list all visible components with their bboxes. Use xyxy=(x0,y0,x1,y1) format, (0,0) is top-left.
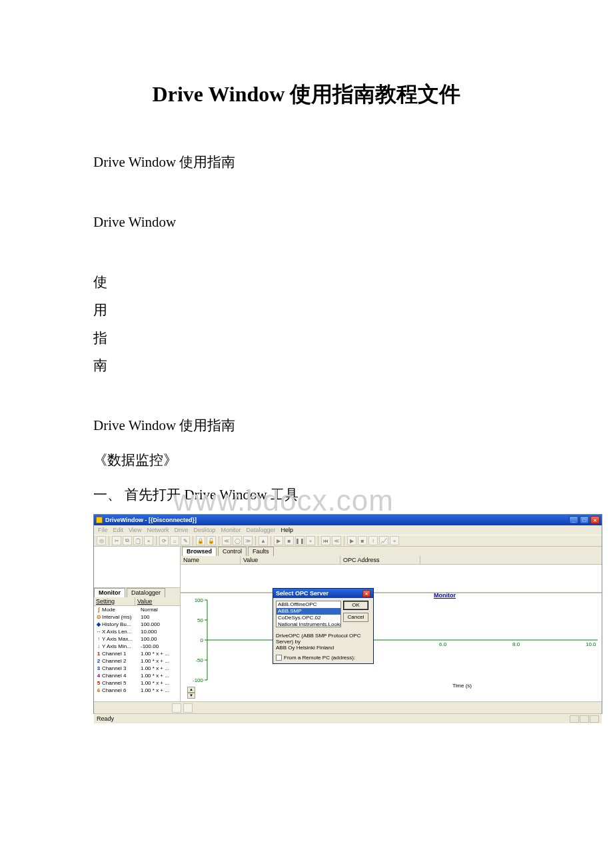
spinner-down-icon[interactable]: ▼ xyxy=(187,693,195,699)
status-box-3 xyxy=(590,715,599,723)
menu-drive[interactable]: Drive xyxy=(174,527,188,533)
tb-stop2-icon[interactable]: ■ xyxy=(358,536,367,545)
menu-file[interactable]: File xyxy=(98,527,108,533)
menu-datalogger[interactable]: Datalogger xyxy=(246,527,275,533)
cancel-button[interactable]: Cancel xyxy=(343,613,368,622)
opc-server-item[interactable]: ABB.OfflineOPC xyxy=(277,601,340,608)
tb-play-icon[interactable]: ▶ xyxy=(274,536,283,545)
window-title: DriveWindow - [{Disconnected}] xyxy=(105,517,569,523)
chart-area[interactable]: Monitor 100 50 0 -50 -100 6.0 8.0 10.0 xyxy=(181,593,602,701)
maximize-button[interactable]: □ xyxy=(580,516,589,524)
col-value[interactable]: Value xyxy=(135,597,180,605)
settings-row[interactable]: 3Channel 31.00 * x + ... xyxy=(94,665,180,672)
left-panel: Monitor Datalogger Setting Value ∫ModeNo… xyxy=(94,547,181,701)
subtitle-1: Drive Window 使用指南 xyxy=(93,149,546,176)
step-1: 一、 首先打开 Drive Window 工具 xyxy=(93,482,546,509)
menu-view[interactable]: View xyxy=(129,527,141,533)
tb-back-icon[interactable]: ≪ xyxy=(332,536,341,545)
menu-edit[interactable]: Edit xyxy=(113,527,124,533)
tb-clear2-icon[interactable]: × xyxy=(390,536,399,545)
status-text: Ready xyxy=(97,715,114,722)
tb-next-icon[interactable]: ≫ xyxy=(243,536,253,545)
tb-delete-icon[interactable]: × xyxy=(144,536,153,545)
settings-row[interactable]: ↓Y Axis Min...-100.00 xyxy=(94,643,180,650)
spinner-up-icon[interactable]: ▲ xyxy=(187,687,195,693)
tb-up-icon[interactable]: ▲ xyxy=(259,536,268,545)
x-axis-title: Time (s) xyxy=(452,683,472,689)
tb-copy-icon[interactable]: ⧉ xyxy=(123,536,132,545)
vert-char-4: 南 xyxy=(93,353,546,379)
tb-lock-icon[interactable]: 🔒 xyxy=(196,536,205,545)
settings-row[interactable]: 6Channel 61.00 * x + ... xyxy=(94,687,180,694)
opc-server-item[interactable]: CoDeSys.OPC.02 xyxy=(277,615,340,621)
tb-chart-icon[interactable]: 📈 xyxy=(379,536,388,545)
tree-view[interactable] xyxy=(94,547,180,588)
tb-paste-icon[interactable]: 📋 xyxy=(133,536,143,545)
tab-faults[interactable]: Faults xyxy=(248,547,274,556)
opc-server-item[interactable]: National Instruments.Lookout xyxy=(277,621,340,627)
tb-prev-icon[interactable]: ≪ xyxy=(222,536,231,545)
bt-btn-2[interactable] xyxy=(183,703,193,713)
doc-title: Drive Window 使用指南教程文件 xyxy=(0,80,613,109)
y-tick-1: 50 xyxy=(183,617,203,623)
settings-row[interactable]: ◆History Bu...100.000 xyxy=(94,621,180,628)
dialog-close-button[interactable]: × xyxy=(362,590,370,597)
vert-char-1: 使 xyxy=(93,269,546,296)
settings-row[interactable]: ↑Y Axis Max...100.00 xyxy=(94,635,180,643)
settings-row[interactable]: 2Channel 21.00 * x + ... xyxy=(94,657,180,665)
tb-play2-icon[interactable]: ▶ xyxy=(347,536,356,545)
minimize-button[interactable]: _ xyxy=(569,516,578,524)
tb-cut-icon[interactable]: ✂ xyxy=(112,536,121,545)
chart-spinner[interactable]: ▲ ▼ xyxy=(187,687,195,699)
right-panel: Browsed Control Faults Name Value OPC Ad… xyxy=(181,547,602,701)
settings-row[interactable]: ∫ModeNormal xyxy=(94,606,180,613)
tb-clear-icon[interactable]: × xyxy=(306,536,315,545)
dialog-title: Select OPC Server xyxy=(276,590,328,597)
tab-monitor[interactable]: Monitor xyxy=(94,588,125,597)
settings-row[interactable]: 1Channel 11.00 * x + ... xyxy=(94,650,180,657)
tb-find-icon[interactable]: ⌕ xyxy=(170,536,179,545)
app-icon xyxy=(96,517,103,523)
menu-desktop[interactable]: Desktop xyxy=(193,527,215,533)
y-tick-3: -50 xyxy=(183,657,203,663)
tb-refresh-icon[interactable]: ⟳ xyxy=(159,536,169,545)
menu-help[interactable]: Help xyxy=(281,527,294,533)
grid-col-name[interactable]: Name xyxy=(181,556,241,564)
opc-server-item[interactable]: ABB.SMP xyxy=(277,608,340,615)
tb-open-icon[interactable]: ◎ xyxy=(97,536,106,545)
tb-unlock-icon[interactable]: 🔓 xyxy=(207,536,216,545)
tb-prop-icon[interactable]: ✎ xyxy=(181,536,190,545)
col-setting[interactable]: Setting xyxy=(94,597,135,605)
ok-button[interactable]: OK xyxy=(343,601,368,610)
tb-pause2-icon[interactable]: ❚❚ xyxy=(295,536,305,545)
grid-col-opc[interactable]: OPC Address xyxy=(340,556,420,564)
opc-server-list[interactable]: ABB.OfflineOPCABB.SMPCoDeSys.OPC.02Natio… xyxy=(276,601,341,627)
tb-first-icon[interactable]: ⏮ xyxy=(321,536,330,545)
x-tick-2: 10.0 xyxy=(586,641,596,647)
bottom-toolbar xyxy=(94,701,602,713)
close-button[interactable]: × xyxy=(590,516,600,524)
menu-network[interactable]: Network xyxy=(147,527,169,533)
status-box-2 xyxy=(580,715,589,723)
subtitle-2: Drive Window 使用指南 xyxy=(93,413,546,439)
tb-warn-icon[interactable]: ! xyxy=(368,536,378,545)
tab-datalogger[interactable]: Datalogger xyxy=(127,588,165,597)
tb-pause1-icon[interactable]: ■ xyxy=(285,536,294,545)
bt-btn-1[interactable] xyxy=(172,703,181,713)
tab-control[interactable]: Control xyxy=(218,547,247,556)
tb-stop-icon[interactable]: ◯ xyxy=(233,536,242,545)
settings-row[interactable]: 5Channel 51.00 * x + ... xyxy=(94,679,180,687)
grid-col-value[interactable]: Value xyxy=(241,556,340,564)
settings-row[interactable]: ↔X Axis Len...10.000 xyxy=(94,628,180,635)
menu-monitor[interactable]: Monitor xyxy=(221,527,241,533)
settings-row[interactable]: 4Channel 41.00 * x + ... xyxy=(94,672,180,679)
tab-browsed[interactable]: Browsed xyxy=(182,547,217,556)
remote-pc-checkbox[interactable] xyxy=(276,655,282,661)
grid-body[interactable] xyxy=(181,565,602,593)
settings-row[interactable]: ⊙Interval (ms)100 xyxy=(94,613,180,621)
vert-char-3: 指 xyxy=(93,325,546,352)
status-box-1 xyxy=(570,715,579,723)
statusbar: Ready xyxy=(94,713,602,723)
y-tick-4: -100 xyxy=(183,677,203,683)
y-tick-0: 100 xyxy=(183,597,203,603)
